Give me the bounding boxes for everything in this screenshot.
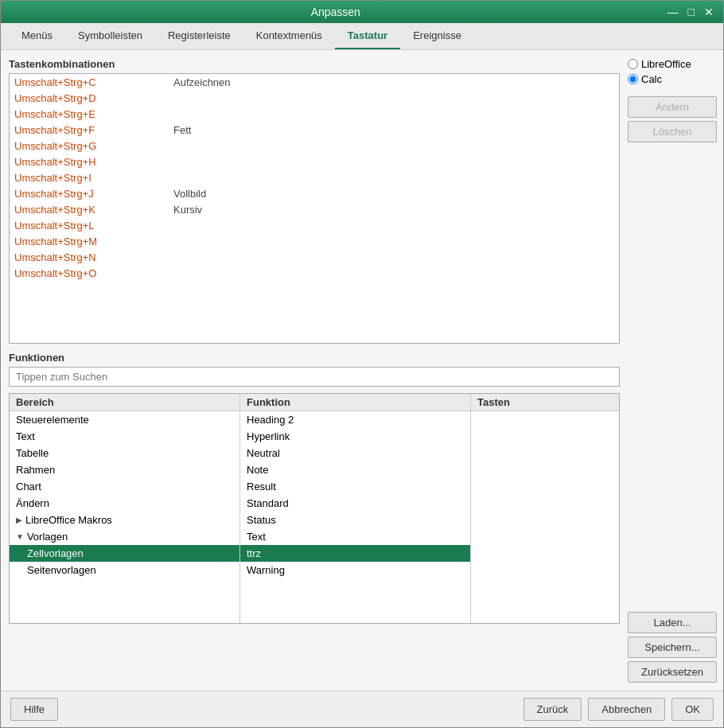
radio-calc-label: Calc: [641, 73, 662, 85]
kb-command-3: Fett: [173, 124, 191, 136]
dialog-title: Anpassen: [7, 6, 664, 18]
functions-section: Funktionen Bereich Steuerelemente Text T…: [9, 352, 620, 624]
radio-calc[interactable]: Calc: [628, 73, 717, 85]
kb-row-12[interactable]: Umschalt+Strg+O: [10, 265, 619, 281]
anpassen-dialog: Anpassen — □ ✕ Menüs Symbolleisten Regis…: [0, 0, 724, 728]
kb-row-5[interactable]: Umschalt+Strg+H: [10, 154, 619, 169]
kb-row-11[interactable]: Umschalt+Strg+N: [10, 249, 619, 265]
funktion-text[interactable]: Text: [240, 528, 470, 545]
bottom-right-buttons: Zurück Abbrechen OK: [524, 698, 714, 721]
bereich-chart[interactable]: Chart: [10, 478, 239, 495]
kb-row-6[interactable]: Umschalt+Strg+I: [10, 169, 619, 185]
aendern-button[interactable]: Ändern: [628, 96, 717, 118]
speichern-button[interactable]: Speichern...: [628, 637, 717, 658]
bereich-column: Bereich Steuerelemente Text Tabelle Rahm…: [10, 394, 240, 623]
bereich-zellvorlagen[interactable]: Zellvorlagen: [10, 545, 239, 562]
close-button[interactable]: ✕: [701, 6, 717, 18]
tab-symbolleisten[interactable]: Symbolleisten: [65, 23, 155, 49]
maximize-button[interactable]: □: [685, 6, 698, 18]
bottom-bar: Hilfe Zurück Abbrechen OK: [1, 691, 723, 727]
bereich-aendern[interactable]: Ändern: [10, 495, 239, 512]
zurueck-button[interactable]: Zurück: [524, 698, 582, 721]
functions-columns: Bereich Steuerelemente Text Tabelle Rahm…: [9, 393, 620, 624]
kb-shortcut-12: Umschalt+Strg+O: [14, 267, 173, 279]
tab-menus[interactable]: Menüs: [9, 23, 65, 49]
kb-shortcut-1: Umschalt+Strg+D: [14, 92, 173, 104]
kb-row-2[interactable]: Umschalt+Strg+E: [10, 106, 619, 122]
abbrechen-button[interactable]: Abbrechen: [588, 698, 665, 721]
kb-row-7[interactable]: Umschalt+Strg+J Vollbild: [10, 185, 619, 201]
kb-shortcut-9: Umschalt+Strg+L: [14, 220, 173, 232]
tasten-column: Tasten: [471, 394, 619, 623]
kb-row-0[interactable]: Umschalt+Strg+C Aufzeichnen: [10, 74, 619, 90]
funktion-note[interactable]: Note: [240, 461, 470, 478]
bereich-tabelle[interactable]: Tabelle: [10, 445, 239, 461]
search-input[interactable]: [9, 367, 620, 387]
funktion-ttrz[interactable]: ttrz: [240, 545, 470, 562]
tab-kontextmenus[interactable]: Kontextmenüs: [243, 23, 335, 49]
kb-shortcut-8: Umschalt+Strg+K: [14, 204, 173, 216]
functions-label: Funktionen: [9, 352, 620, 364]
bereich-header: Bereich: [10, 394, 239, 411]
kb-shortcut-11: Umschalt+Strg+N: [14, 251, 173, 263]
zuruecksetzen-button[interactable]: Zurücksetzen: [628, 661, 717, 683]
radio-libreoffice-label: LibreOffice: [641, 58, 691, 70]
kb-command-7: Vollbild: [173, 188, 206, 200]
funktion-hyperlink[interactable]: Hyperlink: [240, 428, 470, 445]
bereich-vorlagen[interactable]: ▼ Vorlagen: [10, 528, 239, 545]
bereich-seitenvorlagen[interactable]: Seitenvorlagen: [10, 562, 239, 578]
kb-row-8[interactable]: Umschalt+Strg+K Kursiv: [10, 201, 619, 217]
ok-button[interactable]: OK: [671, 698, 714, 721]
kb-shortcut-0: Umschalt+Strg+C: [14, 76, 173, 88]
content-area: Tastenkombinationen Umschalt+Strg+C Aufz…: [1, 50, 723, 691]
kb-row-9[interactable]: Umschalt+Strg+L: [10, 217, 619, 233]
funktion-warning[interactable]: Warning: [240, 562, 470, 578]
kb-command-8: Kursiv: [173, 204, 202, 216]
title-bar: Anpassen — □ ✕: [1, 1, 723, 23]
funktion-neutral[interactable]: Neutral: [240, 445, 470, 461]
radio-group: LibreOffice Calc: [628, 58, 717, 85]
hilfe-button[interactable]: Hilfe: [10, 698, 58, 721]
radio-libreoffice[interactable]: LibreOffice: [628, 58, 717, 70]
kb-shortcut-3: Umschalt+Strg+F: [14, 124, 173, 136]
main-panel: Tastenkombinationen Umschalt+Strg+C Aufz…: [1, 50, 628, 691]
tab-ereignisse[interactable]: Ereignisse: [400, 23, 474, 49]
funktion-status[interactable]: Status: [240, 512, 470, 528]
tab-registerleiste[interactable]: Registerleiste: [155, 23, 243, 49]
funktion-result[interactable]: Result: [240, 478, 470, 495]
funktion-column: Funktion Heading 2 Hyperlink Neutral Not…: [240, 394, 471, 623]
kb-row-1[interactable]: Umschalt+Strg+D: [10, 90, 619, 106]
kb-shortcut-2: Umschalt+Strg+E: [14, 108, 173, 120]
kb-shortcut-6: Umschalt+Strg+I: [14, 172, 173, 184]
expand-icon-makros: ▶: [16, 516, 22, 524]
radio-calc-input[interactable]: [628, 74, 638, 84]
funktion-heading2[interactable]: Heading 2: [240, 411, 470, 428]
kb-shortcut-4: Umschalt+Strg+G: [14, 140, 173, 152]
window-controls: — □ ✕: [664, 6, 717, 18]
funktion-header: Funktion: [240, 394, 470, 411]
funktion-standard[interactable]: Standard: [240, 495, 470, 512]
bereich-steuerelemente[interactable]: Steuerelemente: [10, 411, 239, 428]
radio-libreoffice-input[interactable]: [628, 59, 638, 69]
tabs-bar: Menüs Symbolleisten Registerleiste Konte…: [1, 23, 723, 50]
tab-tastatur[interactable]: Tastatur: [335, 23, 400, 49]
tasten-header: Tasten: [471, 394, 619, 411]
loeschen-button[interactable]: Löschen: [628, 121, 717, 142]
kb-command-0: Aufzeichnen: [173, 76, 231, 88]
bereich-text[interactable]: Text: [10, 428, 239, 445]
kb-shortcut-7: Umschalt+Strg+J: [14, 188, 173, 200]
kb-row-4[interactable]: Umschalt+Strg+G: [10, 138, 619, 154]
kb-row-3[interactable]: Umschalt+Strg+F Fett: [10, 122, 619, 138]
kb-row-10[interactable]: Umschalt+Strg+M: [10, 233, 619, 249]
bereich-libreoffice-makros[interactable]: ▶ LibreOffice Makros: [10, 512, 239, 528]
minimize-button[interactable]: —: [664, 6, 682, 18]
laden-button[interactable]: Laden...: [628, 612, 717, 633]
right-panel: LibreOffice Calc Ändern Löschen Laden...…: [628, 50, 723, 691]
kb-shortcut-10: Umschalt+Strg+M: [14, 236, 173, 247]
bereich-rahmen[interactable]: Rahmen: [10, 461, 239, 478]
keyboard-section-label: Tastenkombinationen: [9, 58, 620, 70]
keyboard-list[interactable]: Umschalt+Strg+C Aufzeichnen Umschalt+Str…: [9, 73, 620, 344]
kb-shortcut-5: Umschalt+Strg+H: [14, 156, 173, 168]
expand-icon-vorlagen: ▼: [16, 532, 24, 541]
